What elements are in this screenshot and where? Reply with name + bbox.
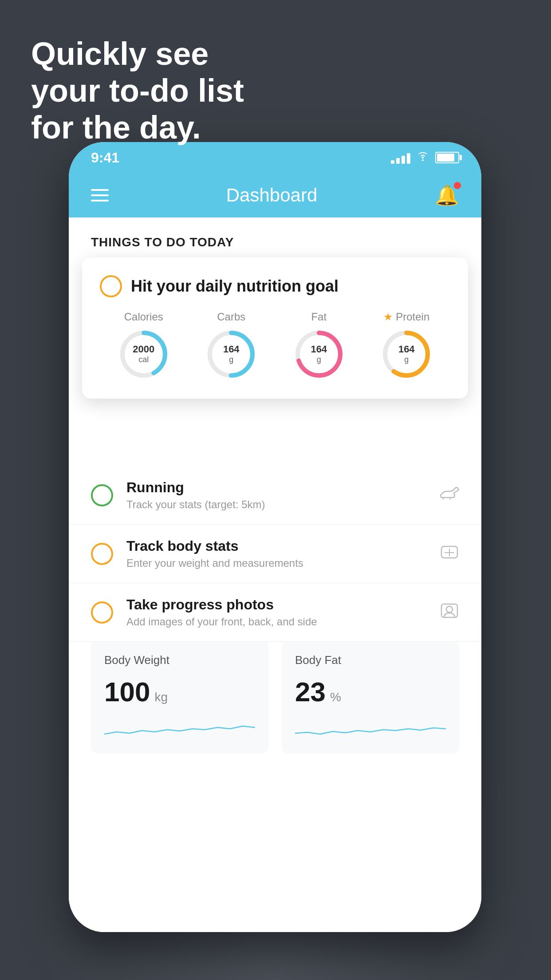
scale-icon: [440, 543, 459, 565]
protein-label-row: ★ Protein: [383, 311, 429, 323]
body-stats-checkbox[interactable]: [91, 543, 113, 565]
body-stats-subtitle: Enter your weight and measurements: [126, 557, 440, 569]
headline-line3: for the day.: [31, 110, 201, 145]
body-weight-unit: kg: [154, 690, 168, 704]
headline-line1: Quickly see: [31, 36, 209, 71]
section-header-today: THINGS TO DO TODAY: [69, 217, 481, 258]
nutrition-item-protein: ★ Protein 164 g: [380, 311, 433, 381]
hamburger-menu-button[interactable]: [91, 189, 109, 202]
nutrition-item-calories: Calories 2000 cal: [117, 311, 170, 381]
signal-bars-icon: [391, 151, 410, 164]
carbs-donut: 164 g: [205, 328, 258, 381]
svg-point-11: [446, 606, 453, 612]
body-fat-number: 23: [295, 676, 326, 707]
body-weight-sparkline: [104, 716, 255, 739]
body-weight-value-row: 100 kg: [104, 676, 255, 707]
protein-donut: 164 g: [380, 328, 433, 381]
body-weight-number: 100: [104, 676, 150, 707]
running-title: Running: [126, 479, 440, 496]
nutrition-checkbox[interactable]: [100, 275, 122, 297]
status-bar: 9:41: [69, 142, 481, 173]
svg-point-0: [422, 159, 424, 161]
todo-item-progress-photos[interactable]: Take progress photos Add images of your …: [69, 583, 481, 642]
todo-list: Running Track your stats (target: 5km) T…: [69, 466, 481, 642]
protein-label: Protein: [396, 311, 429, 323]
notifications-button[interactable]: 🔔: [435, 184, 459, 207]
calories-label: Calories: [124, 311, 163, 323]
running-subtitle: Track your stats (target: 5km): [126, 498, 440, 511]
todo-item-running[interactable]: Running Track your stats (target: 5km): [69, 466, 481, 525]
headline-line2: your to-do list: [31, 73, 244, 108]
carbs-label: Carbs: [217, 311, 245, 323]
status-time: 9:41: [91, 150, 119, 166]
nutrition-circles: Calories 2000 cal Carbs: [100, 311, 450, 381]
body-fat-card[interactable]: Body Fat 23 %: [282, 640, 459, 754]
body-fat-value-row: 23 %: [295, 676, 446, 707]
body-stats-title: Track body stats: [126, 538, 440, 554]
progress-photos-title: Take progress photos: [126, 597, 440, 613]
body-fat-sparkline: [295, 716, 446, 739]
running-checkbox[interactable]: [91, 484, 113, 506]
body-weight-card[interactable]: Body Weight 100 kg: [91, 640, 268, 754]
fat-label: Fat: [311, 311, 327, 323]
nutrition-item-carbs: Carbs 164 g: [205, 311, 258, 381]
status-icons: [391, 150, 459, 165]
progress-cards: Body Weight 100 kg Body Fat 23 %: [91, 640, 459, 754]
nutrition-card[interactable]: Hit your daily nutrition goal Calories 2…: [82, 257, 468, 399]
app-header: Dashboard 🔔: [69, 173, 481, 217]
header-title: Dashboard: [226, 185, 317, 206]
fat-donut: 164 g: [292, 328, 346, 381]
nutrition-item-fat: Fat 164 g: [292, 311, 346, 381]
card-title-row: Hit your daily nutrition goal: [100, 275, 450, 297]
notification-dot: [454, 182, 461, 189]
calories-donut: 2000 cal: [117, 328, 170, 381]
body-fat-unit: %: [330, 690, 341, 704]
body-fat-title: Body Fat: [295, 653, 446, 667]
battery-icon: [435, 152, 459, 163]
shoe-icon: [440, 485, 459, 505]
person-photo-icon: [440, 601, 459, 624]
phone-shell: 9:41: [69, 142, 481, 932]
wifi-icon: [416, 150, 430, 165]
app-content: THINGS TO DO TODAY Hit your daily nutrit…: [69, 217, 481, 932]
todo-item-body-stats[interactable]: Track body stats Enter your weight and m…: [69, 525, 481, 583]
nutrition-card-title: Hit your daily nutrition goal: [131, 277, 338, 296]
body-weight-title: Body Weight: [104, 653, 255, 667]
progress-photos-checkbox[interactable]: [91, 601, 113, 624]
star-icon: ★: [383, 311, 393, 323]
headline: Quickly see your to-do list for the day.: [31, 36, 244, 146]
progress-photos-subtitle: Add images of your front, back, and side: [126, 616, 440, 628]
